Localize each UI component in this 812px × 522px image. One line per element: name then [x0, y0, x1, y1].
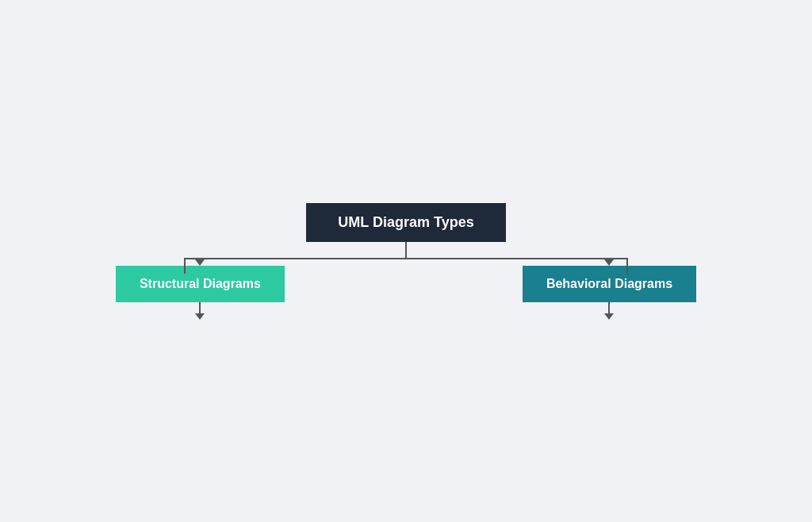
behavioral-node: Behavioral Diagrams	[523, 266, 696, 302]
structural-node: Structural Diagrams	[116, 266, 285, 302]
h-bar-top	[184, 258, 628, 259]
structural-label: Structural Diagrams	[140, 277, 261, 290]
root-label: UML Diagram Types	[338, 214, 473, 230]
structural-arrow	[195, 259, 205, 266]
diagram-container: UML Diagram Types Structural Diagrams	[17, 203, 795, 320]
structural-branch: Structural Diagrams	[116, 259, 285, 320]
behavioral-branch: Behavioral Diagrams	[523, 259, 696, 320]
behavioral-label: Behavioral Diagrams	[546, 277, 672, 290]
structural-v2	[199, 302, 201, 313]
behavioral-v2	[608, 302, 610, 313]
root-node: UML Diagram Types	[306, 203, 505, 242]
level1-row: Structural Diagrams Behavioral Diagrams	[116, 259, 696, 320]
behavioral-arrow	[604, 259, 614, 266]
structural-arrow2	[195, 313, 205, 320]
root-v-connector	[405, 242, 407, 258]
behavioral-arrow2	[604, 313, 614, 320]
